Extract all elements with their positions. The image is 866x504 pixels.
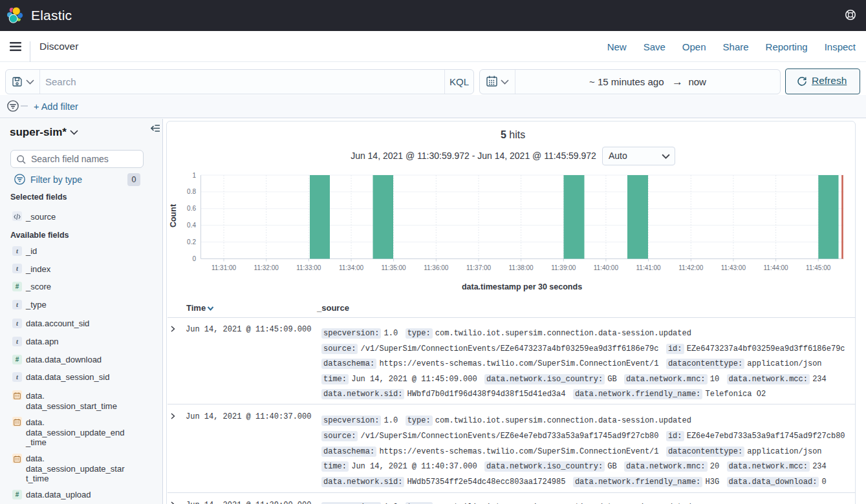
svg-text:0.8: 0.8 — [187, 188, 196, 195]
svg-text:11:44:00: 11:44:00 — [764, 264, 789, 271]
svg-text:11:32:00: 11:32:00 — [254, 264, 279, 271]
svg-text:11:41:00: 11:41:00 — [636, 264, 662, 271]
svg-text:1: 1 — [192, 172, 196, 179]
svg-text:11:40:00: 11:40:00 — [594, 264, 619, 271]
svg-text:11:36:00: 11:36:00 — [424, 264, 449, 271]
svg-text:Count: Count — [169, 204, 178, 227]
svg-text:11:38:00: 11:38:00 — [509, 264, 534, 271]
svg-text:11:45:00: 11:45:00 — [806, 264, 831, 271]
svg-text:11:43:00: 11:43:00 — [721, 264, 746, 271]
svg-text:11:42:00: 11:42:00 — [678, 264, 704, 271]
svg-text:0.4: 0.4 — [187, 222, 196, 229]
svg-text:0: 0 — [192, 255, 196, 262]
svg-text:0.2: 0.2 — [187, 238, 196, 246]
svg-text:11:33:00: 11:33:00 — [296, 264, 321, 271]
svg-text:data.timestamp per 30 seconds: data.timestamp per 30 seconds — [462, 282, 582, 291]
svg-text:11:35:00: 11:35:00 — [382, 264, 407, 271]
svg-text:11:37:00: 11:37:00 — [466, 264, 492, 271]
svg-text:11:31:00: 11:31:00 — [211, 264, 237, 271]
svg-text:11:34:00: 11:34:00 — [339, 264, 364, 271]
svg-text:11:39:00: 11:39:00 — [551, 264, 576, 271]
svg-text:0.6: 0.6 — [187, 205, 196, 212]
